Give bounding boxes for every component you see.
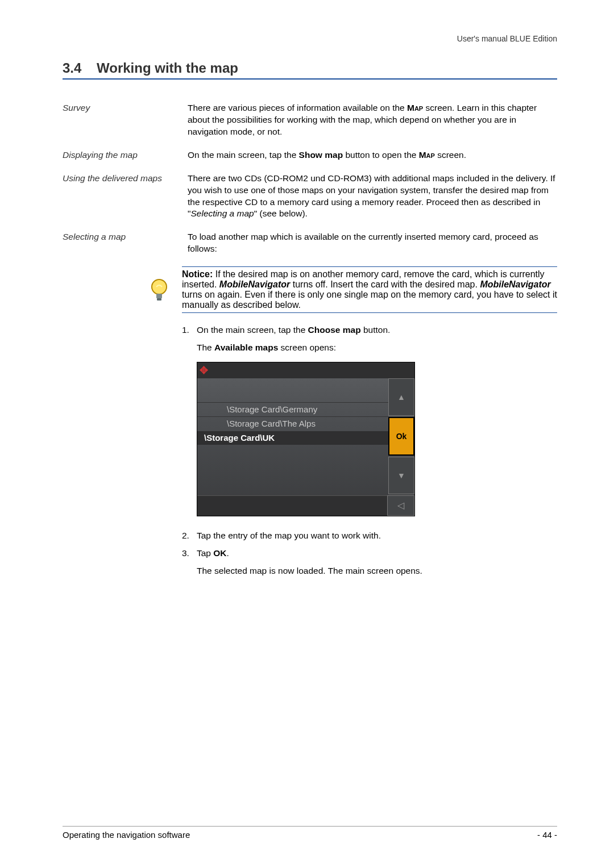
choose-map-bold: Choose map — [308, 325, 361, 335]
selecting-link-italic: Selecting a map — [191, 208, 254, 218]
ok-bold: OK — [213, 548, 226, 558]
step-3-text: Tap OK. — [197, 548, 557, 560]
step-1-number: 1. — [182, 324, 197, 336]
move-icon: ✥ — [200, 364, 208, 377]
step-2-number: 2. — [182, 530, 197, 542]
step-1-sub: The Available maps screen opens: — [197, 342, 557, 354]
step-3-number: 3. — [182, 548, 197, 560]
mobilenavigator-bold-1: MobileNavigator — [219, 279, 290, 289]
map-list: \Storage Card\Germany \Storage Card\The … — [197, 378, 388, 495]
label-delivered: Using the delivered maps — [63, 173, 188, 220]
chevron-up-icon: ▲ — [397, 392, 405, 403]
label-displaying: Displaying the map — [63, 149, 188, 161]
footer-left: Operating the navigation software — [63, 830, 190, 840]
back-icon: ◁ — [397, 500, 404, 512]
section-number: 3.4 — [63, 60, 81, 76]
lightbulb-icon — [149, 278, 169, 306]
show-map-bold: Show map — [299, 150, 343, 160]
available-maps-screenshot: ✥ \Storage Card\Germany \Storage Card\Th… — [197, 362, 415, 516]
label-survey: Survey — [63, 102, 188, 138]
footer-page-number: - 44 - — [537, 830, 557, 840]
displaying-text: On the main screen, tap the Show map but… — [188, 149, 557, 161]
notice-label: Notice: — [182, 269, 213, 279]
back-button[interactable]: ◁ — [387, 495, 414, 516]
svg-rect-2 — [157, 298, 161, 301]
scroll-down-button[interactable]: ▼ — [388, 457, 414, 494]
delivered-text: There are two CDs (CD-ROM2 und CD-ROM3) … — [188, 173, 557, 220]
list-item-selected[interactable]: \Storage Card\UK — [197, 431, 388, 445]
scroll-up-button[interactable]: ▲ — [388, 378, 414, 416]
available-maps-bold: Available maps — [214, 343, 278, 352]
chevron-down-icon: ▼ — [397, 470, 405, 481]
step-3-sub: The selected map is now loaded. The main… — [197, 565, 557, 577]
notice-text: Notice: If the desired map is on another… — [182, 266, 557, 313]
status-bar — [197, 495, 387, 516]
screenshot-titlebar: ✥ — [197, 362, 414, 378]
map-smallcaps: Map — [407, 103, 423, 112]
list-item[interactable]: \Storage Card\Germany — [197, 402, 388, 416]
section-heading: 3.4 Working with the map — [63, 60, 557, 80]
label-selecting: Selecting a map — [63, 231, 188, 255]
step-2-text: Tap the entry of the map you want to wor… — [197, 530, 557, 542]
mobilenavigator-bold-2: MobileNavigator — [480, 279, 550, 289]
ok-button[interactable]: Ok — [388, 417, 414, 456]
survey-text: There are various pieces of information … — [188, 102, 557, 138]
page-header: User's manual BLUE Edition — [63, 34, 557, 43]
svg-rect-1 — [156, 294, 162, 298]
section-title-text: Working with the map — [97, 60, 238, 76]
selecting-text: To load another map which is available o… — [188, 231, 557, 255]
list-item[interactable]: \Storage Card\The Alps — [197, 416, 388, 431]
svg-point-0 — [152, 279, 167, 294]
step-1-text: On the main screen, tap the Choose map b… — [197, 324, 557, 336]
